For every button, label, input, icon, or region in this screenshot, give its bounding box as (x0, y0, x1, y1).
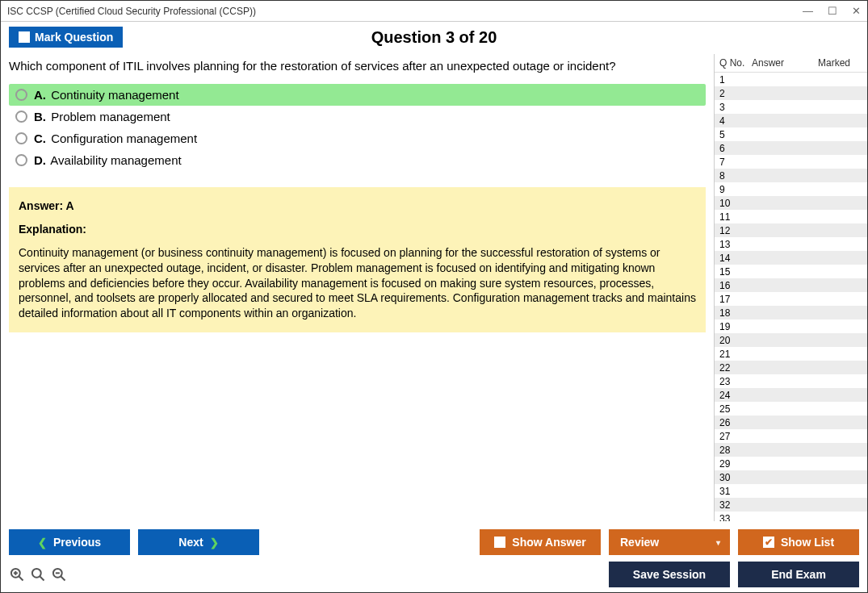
question-row[interactable]: 19 (715, 319, 867, 333)
question-counter: Question 3 of 20 (1, 28, 867, 47)
qno: 2 (719, 88, 752, 99)
end-exam-button[interactable]: End Exam (738, 562, 859, 587)
question-row[interactable]: 17 (715, 292, 867, 306)
option-C[interactable]: C. Configuration management (9, 127, 706, 149)
previous-button[interactable]: ❮ Previous (9, 529, 130, 555)
question-row[interactable]: 16 (715, 278, 867, 292)
chevron-down-icon: ▾ (716, 538, 720, 547)
window-title: ISC CCSP (Certified Cloud Security Profe… (7, 6, 256, 17)
svg-line-7 (61, 577, 65, 581)
qno: 9 (719, 184, 752, 195)
question-row[interactable]: 11 (715, 210, 867, 223)
zoom-reset-icon[interactable] (9, 566, 25, 583)
question-row[interactable]: 14 (715, 251, 867, 265)
question-row[interactable]: 30 (715, 470, 867, 484)
main: Which component of ITIL involves plannin… (1, 54, 867, 521)
chevron-left-icon: ❮ (38, 537, 47, 549)
window-controls: — ☐ ✕ (803, 5, 861, 17)
question-row[interactable]: 1 (715, 73, 867, 86)
question-list[interactable]: 1234567891011121314151617181920212223242… (715, 73, 867, 521)
question-row[interactable]: 10 (715, 196, 867, 210)
col-marked: Marked (818, 57, 862, 69)
explanation-label: Explanation: (19, 222, 696, 237)
question-row[interactable]: 32 (715, 498, 867, 512)
question-row[interactable]: 3 (715, 100, 867, 114)
option-text: Continuity management (51, 88, 178, 102)
zoom-in-icon[interactable] (30, 566, 46, 583)
close-icon[interactable]: ✕ (852, 5, 861, 17)
checkbox-icon (494, 537, 505, 548)
qno: 4 (719, 115, 752, 127)
qno: 10 (719, 198, 752, 209)
qno: 8 (719, 170, 752, 182)
show-list-label: Show List (781, 536, 834, 549)
qno: 31 (719, 486, 752, 497)
minimize-icon[interactable]: — (803, 5, 813, 17)
qno: 18 (719, 307, 752, 319)
radio-icon (15, 89, 27, 101)
next-label: Next (178, 536, 203, 549)
option-A[interactable]: A. Continuity management (9, 84, 706, 106)
qno: 15 (719, 266, 752, 278)
qno: 27 (719, 431, 752, 442)
qno: 12 (719, 225, 752, 236)
show-answer-label: Show Answer (512, 536, 585, 549)
question-row[interactable]: 21 (715, 347, 867, 361)
question-row[interactable]: 20 (715, 333, 867, 347)
checkbox-icon (19, 31, 30, 43)
bottom-bar: ❮ Previous Next ❯ Show Answer Review ▾ ✔… (1, 523, 867, 592)
question-row[interactable]: 4 (715, 114, 867, 127)
qno: 7 (719, 157, 752, 168)
question-row[interactable]: 15 (715, 265, 867, 278)
question-content: Which component of ITIL involves plannin… (1, 54, 714, 521)
question-row[interactable]: 24 (715, 388, 867, 402)
options-list: A. Continuity managementB. Problem manag… (9, 84, 706, 171)
question-row[interactable]: 8 (715, 169, 867, 182)
option-B[interactable]: B. Problem management (9, 106, 706, 127)
qno: 6 (719, 143, 752, 154)
question-row[interactable]: 26 (715, 416, 867, 429)
qno: 33 (719, 513, 752, 522)
qno: 25 (719, 403, 752, 415)
question-row[interactable]: 22 (715, 361, 867, 374)
option-D[interactable]: D. Availability management (9, 149, 706, 171)
qno: 22 (719, 362, 752, 374)
question-row[interactable]: 31 (715, 484, 867, 498)
question-row[interactable]: 12 (715, 223, 867, 237)
qno: 1 (719, 74, 752, 86)
qno: 30 (719, 472, 752, 483)
save-session-label: Save Session (633, 568, 706, 581)
answer-line: Answer: A (19, 198, 696, 214)
question-row[interactable]: 25 (715, 402, 867, 416)
option-text: Availability management (50, 153, 181, 167)
mark-question-button[interactable]: Mark Question (9, 27, 123, 48)
save-session-button[interactable]: Save Session (609, 562, 730, 587)
question-row[interactable]: 5 (715, 127, 867, 141)
question-row[interactable]: 18 (715, 306, 867, 319)
show-list-button[interactable]: ✔ Show List (738, 529, 859, 555)
end-exam-label: End Exam (771, 568, 826, 581)
question-row[interactable]: 2 (715, 86, 867, 100)
question-row[interactable]: 29 (715, 457, 867, 470)
question-row[interactable]: 9 (715, 182, 867, 196)
secondary-button-row: Save Session End Exam (9, 562, 859, 587)
qno: 28 (719, 445, 752, 456)
radio-icon (15, 154, 27, 166)
question-row[interactable]: 28 (715, 443, 867, 457)
option-text: Problem management (51, 110, 170, 123)
question-row[interactable]: 6 (715, 141, 867, 155)
zoom-out-icon[interactable] (51, 566, 67, 583)
question-row[interactable]: 27 (715, 429, 867, 443)
maximize-icon[interactable]: ☐ (828, 5, 837, 17)
option-letter: A. (34, 88, 46, 102)
qno: 32 (719, 499, 752, 511)
question-row[interactable]: 7 (715, 155, 867, 169)
question-row[interactable]: 33 (715, 512, 867, 521)
next-button[interactable]: Next ❯ (138, 529, 259, 555)
show-answer-button[interactable]: Show Answer (480, 529, 601, 555)
review-button[interactable]: Review ▾ (609, 529, 730, 555)
question-row[interactable]: 13 (715, 237, 867, 251)
svg-line-1 (19, 577, 23, 581)
qno: 17 (719, 294, 752, 305)
question-row[interactable]: 23 (715, 374, 867, 388)
